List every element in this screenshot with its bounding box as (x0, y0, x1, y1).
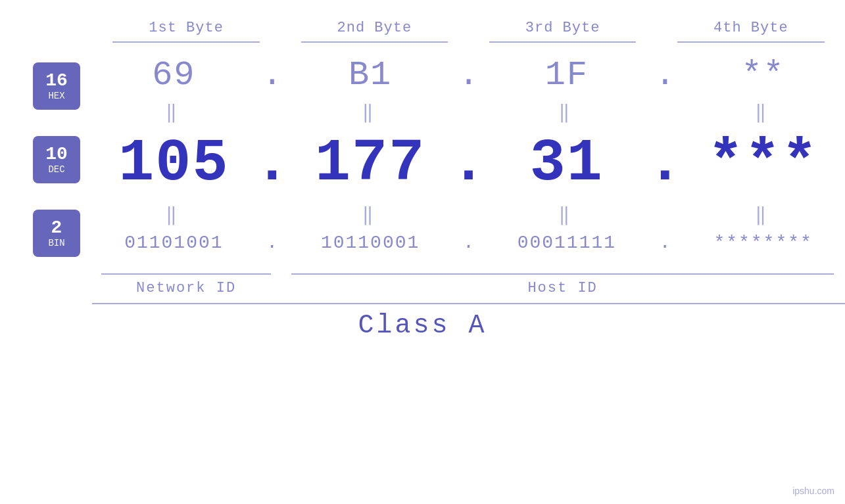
bracket-cell-1 (92, 41, 280, 43)
values-grid: 69 . B1 . 1F . ** (92, 49, 845, 270)
hex-dot-3: . (648, 56, 681, 95)
equals-row-1: ‖ ‖ ‖ ‖ (92, 101, 845, 124)
bracket-line-4 (677, 41, 824, 43)
bin-b4: ******** (681, 233, 845, 253)
main-container: 1st Byte 2nd Byte 3rd Byte 4th Byte 16 H… (0, 0, 845, 504)
dec-dot-3: . (648, 130, 681, 197)
eq1-b4: ‖ (681, 101, 845, 124)
equals-row-2: ‖ ‖ ‖ ‖ (92, 204, 845, 226)
dec-b3: 31 (485, 130, 649, 197)
hex-num: 16 (45, 71, 68, 91)
network-bracket (101, 273, 271, 275)
bottom-brackets-row (0, 273, 845, 275)
dec-dot-1: . (256, 130, 289, 197)
byte-label-4: 4th Byte (657, 20, 845, 36)
hex-b2: B1 (289, 56, 452, 95)
bin-badge: 2 BIN (33, 210, 80, 257)
hex-dot-2: . (452, 56, 485, 95)
bin-dot-2: . (452, 233, 485, 253)
dec-badge: 10 DEC (33, 136, 80, 183)
top-brackets-row (0, 41, 845, 43)
hex-b1: 69 (92, 56, 256, 95)
bin-b1: 01101001 (92, 233, 256, 253)
dec-b4: *** (681, 130, 845, 197)
byte-label-3: 3rd Byte (469, 20, 657, 36)
bracket-line-3 (489, 41, 636, 43)
eq1-b3: ‖ (485, 101, 649, 124)
host-bracket-container (280, 273, 845, 275)
hex-badge: 16 HEX (33, 62, 80, 110)
hex-dot-1: . (256, 56, 289, 95)
bracket-line-2 (301, 41, 448, 43)
class-label-row: Class A (0, 311, 845, 340)
host-id-label: Host ID (280, 280, 845, 296)
bracket-cell-3 (469, 41, 657, 43)
byte-labels-row: 1st Byte 2nd Byte 3rd Byte 4th Byte (0, 0, 845, 36)
bin-dot-3: . (648, 233, 681, 253)
eq2-b1: ‖ (92, 204, 256, 226)
host-bracket (291, 273, 833, 275)
network-bracket-container (92, 273, 280, 275)
network-id-label: Network ID (92, 280, 280, 296)
watermark: ipshu.com (792, 486, 834, 496)
id-labels-row: Network ID Host ID (0, 280, 845, 296)
eq1-b2: ‖ (289, 101, 452, 124)
hex-b3: 1F (485, 56, 649, 95)
bin-b3: 00011111 (485, 233, 649, 253)
dec-row: 105 . 177 . 31 . *** (92, 124, 845, 204)
base-labels-col: 16 HEX 10 DEC 2 BIN (0, 49, 92, 270)
bin-b2: 10110001 (289, 233, 452, 253)
byte-label-1: 1st Byte (92, 20, 280, 36)
bin-row: 01101001 . 10110001 . 00011111 . (92, 226, 845, 260)
hex-b4: ** (681, 56, 845, 95)
big-bracket-row (0, 303, 845, 304)
bin-num: 2 (51, 218, 62, 239)
dec-b1: 105 (92, 130, 256, 197)
big-bracket-line (92, 303, 845, 304)
bracket-line-1 (112, 41, 259, 43)
dec-dot-2: . (452, 130, 485, 197)
dec-b2: 177 (289, 130, 452, 197)
bracket-cell-4 (657, 41, 845, 43)
bracket-cell-2 (280, 41, 468, 43)
hex-row: 69 . B1 . 1F . ** (92, 49, 845, 101)
class-label: Class A (358, 311, 487, 340)
eq1-b1: ‖ (92, 101, 256, 124)
bin-dot-1: . (256, 233, 289, 253)
dec-name: DEC (48, 165, 64, 175)
byte-label-2: 2nd Byte (280, 20, 468, 36)
content-area: 16 HEX 10 DEC 2 BIN 69 . (0, 49, 845, 270)
bin-name: BIN (48, 239, 64, 248)
eq2-b2: ‖ (289, 204, 452, 226)
eq2-b3: ‖ (485, 204, 649, 226)
dec-num: 10 (45, 145, 68, 165)
eq2-b4: ‖ (681, 204, 845, 226)
hex-name: HEX (48, 91, 64, 101)
